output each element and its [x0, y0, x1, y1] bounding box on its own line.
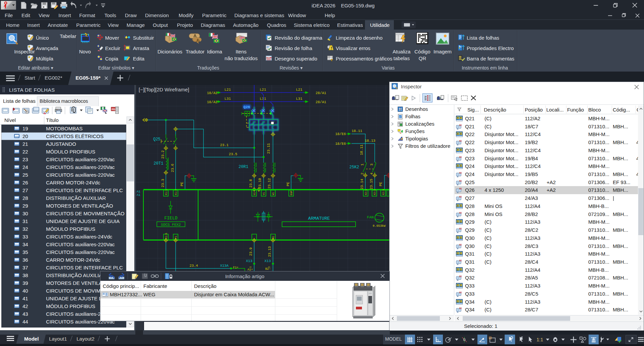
svg-text:FIELD: FIELD [164, 216, 177, 221]
svg-text:SDCS FEX2: SDCS FEX2 [161, 223, 181, 227]
svg-text:23.13: 23.13 [268, 246, 272, 257]
svg-text:U1: U1 [253, 192, 256, 195]
svg-text:18/A2: 18/A2 [207, 100, 218, 104]
svg-text:KI: KI [459, 244, 462, 246]
svg-text:23.15: 23.15 [369, 179, 373, 189]
svg-text:あ: あ [196, 38, 200, 42]
svg-text:KI: KI [459, 227, 462, 230]
svg-text:23.14: 23.14 [360, 179, 364, 189]
svg-text:Q26: Q26 [243, 105, 250, 109]
svg-text:L21: L21 [225, 88, 231, 92]
svg-text:X1:7: X1:7 [175, 189, 177, 195]
svg-text:2: 2 [360, 173, 364, 175]
svg-text:ARMATURE: ARMATURE [308, 216, 330, 221]
svg-text:SUP: SUP [266, 56, 272, 59]
svg-text:23.11: 23.11 [267, 143, 271, 154]
svg-text:18/E6: 18/E6 [335, 142, 346, 146]
svg-text:23.5: 23.5 [229, 152, 237, 156]
svg-text:E: E [399, 116, 401, 119]
svg-text:1: 1 [249, 266, 252, 268]
svg-text:X2:3: X2:3 [382, 189, 385, 195]
svg-text:KI: KI [459, 259, 462, 262]
svg-text:23.9: 23.9 [249, 247, 253, 256]
svg-text:18/E6: 18/E6 [335, 132, 346, 136]
svg-text:A1: A1 [137, 190, 140, 193]
svg-text:23.8: 23.8 [249, 179, 253, 187]
svg-text:23.1: 23.1 [220, 143, 228, 147]
svg-text:KI: KI [459, 140, 462, 142]
svg-text:B1: B1 [272, 235, 275, 239]
svg-text:PE: PE [180, 182, 184, 186]
svg-text:KI: KI [459, 291, 462, 294]
svg-text:18.13: 18.13 [365, 139, 375, 143]
svg-text:PE: PE [286, 182, 290, 186]
svg-text:W1: W1 [272, 192, 275, 195]
svg-text:18/A2: 18/A2 [207, 91, 218, 95]
svg-text:L21: L21 [296, 88, 303, 92]
svg-text:[−][Top][2D Wireframe]: [−][Top][2D Wireframe] [139, 87, 189, 92]
svg-text:F1: F1 [175, 235, 177, 239]
svg-text:X2:2: X2:2 [373, 189, 376, 195]
svg-text:KI: KI [459, 187, 462, 190]
svg-text:B2−: B2− [265, 267, 271, 271]
svg-text:KI: KI [459, 307, 462, 309]
svg-text:23.3: 23.3 [161, 179, 165, 187]
svg-text:A1: A1 [137, 193, 140, 197]
svg-text:20T1: 20T1 [154, 161, 164, 166]
svg-text:EGP: EGP [290, 190, 293, 195]
svg-text:3: 3 [370, 164, 374, 166]
svg-text:X1:5: X1:5 [165, 232, 168, 239]
svg-text:X13: X13 [246, 259, 252, 263]
svg-text:Q25: Q25 [153, 137, 160, 142]
svg-text:L31: L31 [260, 97, 266, 101]
svg-text:18.11: 18.11 [360, 144, 364, 155]
svg-text:18.11: 18.11 [352, 129, 362, 133]
svg-text:V1: V1 [263, 192, 265, 195]
svg-text:KI: KI [459, 212, 462, 214]
svg-text:23.4: 23.4 [189, 264, 198, 268]
svg-text:23.2: 23.2 [161, 150, 165, 159]
svg-text:KI: KI [459, 196, 462, 198]
svg-text:KI: KI [459, 156, 462, 158]
svg-text:L31: L31 [296, 97, 303, 101]
svg-text:X2:1: X2:1 [365, 189, 367, 195]
svg-text:L31: L31 [225, 97, 231, 101]
svg-text:X13A: X13A [220, 264, 229, 268]
svg-text:0.653kW: 0.653kW [373, 224, 385, 228]
svg-text:25K2: 25K2 [350, 165, 359, 170]
svg-text:KI: KI [459, 275, 462, 277]
svg-text:23.6: 23.6 [171, 164, 175, 172]
svg-text:20R1: 20R1 [239, 165, 248, 169]
svg-text:KI: KI [459, 180, 462, 182]
svg-text:4: 4 [370, 173, 374, 175]
svg-text:1: 1 [360, 164, 364, 166]
svg-text:PE: PE [379, 182, 383, 186]
svg-text:FAN: FAN [367, 215, 374, 219]
svg-text:KI: KI [459, 124, 462, 126]
svg-text:28/A1: 28/A1 [316, 91, 326, 95]
svg-text:X13: X13 [265, 259, 271, 263]
svg-text:28/A1: 28/A1 [316, 100, 326, 104]
svg-text:23.10: 23.10 [258, 178, 262, 189]
svg-text:F1+: F1+ [233, 266, 238, 269]
svg-text:L21: L21 [260, 88, 266, 92]
svg-text:X1:1: X1:1 [165, 189, 168, 195]
svg-text:23.12: 23.12 [267, 178, 271, 189]
svg-text:KI: KI [459, 172, 462, 174]
